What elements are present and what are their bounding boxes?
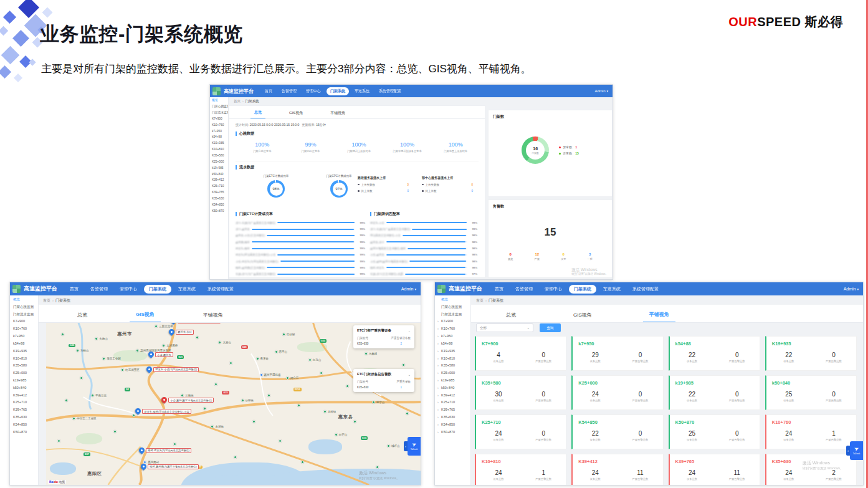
- breadcrumb-home[interactable]: 首页: [234, 99, 241, 103]
- nav-item[interactable]: 告警管理: [85, 285, 113, 294]
- sidebar-item[interactable]: k19+985: [210, 165, 228, 171]
- search-button[interactable]: 查询: [540, 323, 561, 332]
- gantry-card[interactable]: K54+850 22 设备总数 0 严重告警总数: [571, 414, 663, 449]
- sidebar-item[interactable]: K54+850: [435, 421, 470, 428]
- sidebar-item[interactable]: K10+760: [210, 122, 228, 128]
- gantry-card[interactable]: K7+900 4 设备总数 0 严重告警总数: [475, 336, 566, 371]
- sidebar-item[interactable]: K10+760: [435, 325, 470, 332]
- sidebar-item[interactable]: K35+580: [10, 361, 38, 369]
- tab-tiled[interactable]: 平铺视角: [327, 110, 349, 118]
- sidebar-item[interactable]: K50+870: [210, 208, 228, 214]
- sidebar-item[interactable]: k7+950: [435, 332, 470, 340]
- sidebar-item[interactable]: 概览: [210, 97, 228, 103]
- sidebar-item[interactable]: K35+580: [210, 153, 228, 159]
- sidebar-item[interactable]: k50+840: [210, 171, 228, 177]
- sidebar-item[interactable]: K10+760: [10, 325, 38, 332]
- sidebar-item[interactable]: K50+870: [10, 428, 38, 436]
- sidebar-item[interactable]: K39+412: [210, 177, 228, 183]
- gantry-card[interactable]: K25+000 24 设备总数 0 严重告警总数: [571, 375, 663, 410]
- sidebar-item[interactable]: K39+412: [10, 391, 38, 399]
- gantry-card[interactable]: K35+580 30 设备总数 0 严重告警总数: [475, 375, 566, 410]
- gantry-card[interactable]: K10+760 24 设备总数 1 严重告警总数: [765, 414, 857, 449]
- sidebar-item[interactable]: K39+765: [435, 406, 470, 413]
- nav-item[interactable]: 系统管理配置: [375, 87, 405, 95]
- nav-item[interactable]: 门架系统: [327, 87, 349, 95]
- nav-item[interactable]: 车道系统: [598, 285, 626, 294]
- sidebar-item[interactable]: K54+850: [210, 202, 228, 208]
- sidebar-item[interactable]: 门架流水监测: [210, 110, 228, 116]
- sidebar-item[interactable]: K7+900: [435, 317, 470, 325]
- nav-item[interactable]: 系统管理配置: [627, 285, 664, 294]
- sidebar-item[interactable]: K35+630: [210, 196, 228, 202]
- sidebar-item[interactable]: K19+935: [210, 140, 228, 146]
- tab-gis[interactable]: GIS视角: [285, 110, 307, 118]
- nav-item[interactable]: 首页: [65, 285, 83, 294]
- sidebar-item[interactable]: K25+000: [10, 369, 38, 376]
- admin-menu[interactable]: Admin▾: [594, 89, 608, 93]
- gantry-card[interactable]: K10+810 24 设备总数 1 严重告警总数: [475, 454, 566, 486]
- sidebar-item[interactable]: K10+810: [10, 355, 38, 362]
- nav-item[interactable]: 管理中心: [302, 87, 325, 95]
- sidebar-item[interactable]: 门架流水监测: [10, 310, 38, 318]
- gantry-card[interactable]: K50+870 25 设备总数 0 严重告警总数: [669, 414, 760, 449]
- sidebar-item[interactable]: K25+000: [210, 159, 228, 165]
- tab-gis[interactable]: GIS视角: [567, 312, 598, 322]
- gantry-card[interactable]: k50+840 25 设备总数 0 严重告警总数: [765, 375, 857, 410]
- todesk-widget[interactable]: ‹ ➤ToDesk: [404, 437, 421, 456]
- nav-item[interactable]: 告警管理: [510, 285, 538, 294]
- tab-overview[interactable]: 总览: [71, 312, 93, 322]
- sidebar-item[interactable]: k54+88: [210, 134, 228, 140]
- nav-item[interactable]: 管理中心: [115, 285, 142, 294]
- sidebar-item[interactable]: K39+765: [210, 189, 228, 196]
- nav-item[interactable]: 门架系统: [569, 285, 596, 294]
- chevron-down-icon[interactable]: ⌄: [408, 329, 411, 333]
- sidebar-item[interactable]: k19+985: [10, 376, 38, 384]
- gantry-card[interactable]: k54+88 22 设备总数 0 严重告警总数: [669, 336, 760, 371]
- sidebar-item[interactable]: K50+870: [435, 428, 470, 436]
- sidebar-item[interactable]: K25+710: [435, 399, 470, 406]
- sidebar-item[interactable]: K10+810: [210, 146, 228, 153]
- sidebar-item[interactable]: k50+840: [435, 384, 470, 391]
- sidebar-item[interactable]: K10+810: [435, 355, 470, 362]
- sidebar-item[interactable]: K35+630: [435, 413, 470, 421]
- sidebar-item[interactable]: K39+412: [435, 391, 470, 399]
- sidebar-item[interactable]: K25+710: [210, 183, 228, 189]
- sidebar-item[interactable]: 概览: [435, 295, 470, 303]
- nav-item[interactable]: 门架系统: [144, 285, 171, 294]
- sidebar-item[interactable]: K7+900: [210, 116, 228, 122]
- sidebar-item[interactable]: K7+900: [10, 317, 38, 325]
- sidebar-item[interactable]: 门架心跳监测: [10, 303, 38, 310]
- nav-item[interactable]: 告警管理: [278, 87, 300, 95]
- chevron-down-icon[interactable]: ⌄: [408, 373, 411, 376]
- gantry-card[interactable]: K39+412 24 设备总数 11 严重告警总数: [571, 454, 663, 486]
- gantry-card[interactable]: K25+710 24 设备总数 0 严重告警总数: [475, 414, 566, 449]
- nav-item[interactable]: 车道系统: [351, 87, 373, 95]
- todesk-widget[interactable]: ‹ ➤ToDesk: [846, 441, 863, 460]
- sidebar-item[interactable]: k7+950: [10, 332, 38, 340]
- nav-item[interactable]: 车道系统: [173, 285, 201, 294]
- sidebar-item[interactable]: K25+000: [435, 369, 470, 376]
- sidebar-item[interactable]: K35+580: [435, 361, 470, 369]
- sidebar-item[interactable]: K25+710: [10, 399, 38, 406]
- nav-item[interactable]: 首页: [490, 285, 508, 294]
- sidebar-item[interactable]: k54+88: [10, 340, 38, 347]
- nav-item[interactable]: 系统管理配置: [203, 285, 239, 294]
- gis-map[interactable]: 火烧山马鞍山惠州西湖国家风景名胜区红花湖景区大湖溪桥三新立交桥大府山竹仔园石牙岭…: [46, 323, 421, 485]
- tab-gis[interactable]: GIS视角: [130, 311, 161, 322]
- gantry-filter-select[interactable]: 全部⌄: [476, 323, 533, 332]
- sidebar-item[interactable]: K39+765: [10, 406, 38, 413]
- sidebar-item[interactable]: 概览: [10, 295, 38, 303]
- tab-overview[interactable]: 总览: [250, 110, 265, 118]
- gantry-card[interactable]: k7+950 29 设备总数 0 严重告警总数: [571, 336, 663, 371]
- sidebar-item[interactable]: k7+950: [210, 128, 228, 134]
- tab-overview[interactable]: 总览: [500, 312, 522, 322]
- sidebar-item[interactable]: k19+985: [435, 376, 470, 384]
- sidebar-item[interactable]: K19+935: [10, 347, 38, 355]
- admin-menu[interactable]: Admin▾: [844, 287, 859, 291]
- gantry-card[interactable]: k19+985 22 设备总数 0 严重告警总数: [669, 375, 760, 410]
- tab-tiled[interactable]: 平铺视角: [643, 311, 675, 322]
- sidebar-item[interactable]: K19+935: [435, 347, 470, 355]
- gantry-card[interactable]: K39+765 24 设备总数 11 严重告警总数: [669, 454, 760, 486]
- nav-item[interactable]: 管理中心: [540, 285, 567, 294]
- admin-menu[interactable]: Admin▾: [401, 287, 416, 291]
